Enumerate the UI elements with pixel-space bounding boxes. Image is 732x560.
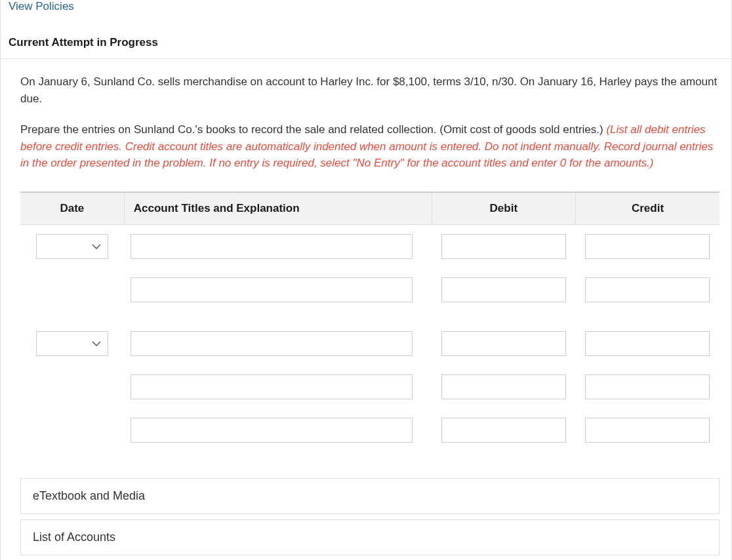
table-row [20,365,720,409]
journal-entry-table: Date Account Titles and Explanation Debi… [20,191,720,452]
list-of-accounts-link[interactable]: List of Accounts [20,519,720,555]
question-body: On January 6, Sunland Co. sells merchand… [1,59,731,560]
resources-section: eTextbook and Media List of Accounts [20,478,720,555]
table-row [20,311,720,365]
table-row [20,409,720,452]
date-select[interactable] [36,331,108,356]
header-credit: Credit [576,192,720,225]
date-select[interactable] [36,234,108,259]
debit-input[interactable] [441,234,566,259]
header-debit: Debit [432,192,575,225]
question-container: View Policies Current Attempt in Progres… [0,0,732,560]
debit-input[interactable] [441,331,566,356]
credit-input[interactable] [585,234,710,259]
instructions-main: Prepare the entries on Sunland Co.'s boo… [20,123,606,136]
table-row [20,268,720,311]
account-input[interactable] [131,277,413,302]
header-account: Account Titles and Explanation [124,192,432,225]
credit-input[interactable] [585,331,710,356]
credit-input[interactable] [585,374,710,399]
debit-input[interactable] [441,374,566,399]
instructions: Prepare the entries on Sunland Co.'s boo… [20,121,720,172]
account-input[interactable] [131,331,413,356]
view-policies-link[interactable]: View Policies [1,0,731,20]
account-input[interactable] [131,234,413,259]
table-row [20,224,720,268]
credit-input[interactable] [585,277,710,302]
header-date: Date [20,192,124,225]
debit-input[interactable] [441,418,566,443]
section-title: Current Attempt in Progress [1,20,731,59]
account-input[interactable] [131,374,413,399]
etextbook-link[interactable]: eTextbook and Media [20,478,720,514]
problem-statement: On January 6, Sunland Co. sells merchand… [20,73,720,107]
credit-input[interactable] [585,418,710,443]
account-input[interactable] [131,418,413,443]
debit-input[interactable] [441,277,566,302]
